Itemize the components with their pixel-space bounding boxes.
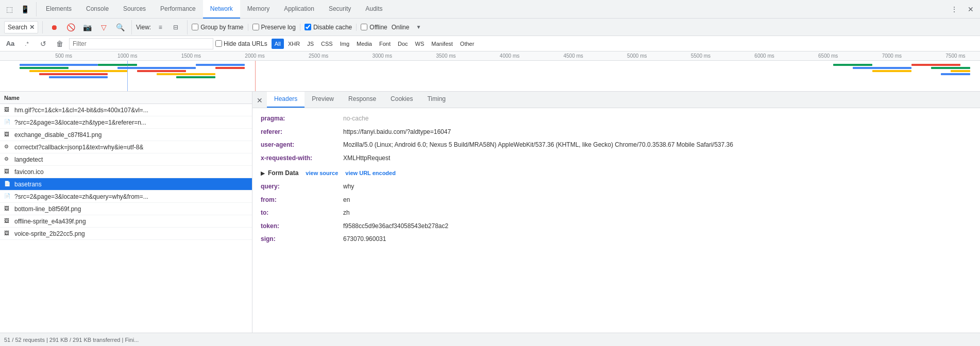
- file-icon-doc: 📄: [4, 119, 11, 126]
- ruler-mark-5000: 5000 ms: [627, 53, 647, 59]
- tab-audits[interactable]: Audits: [358, 0, 390, 19]
- filter-other-btn[interactable]: Other: [457, 39, 478, 49]
- file-item[interactable]: 🖼 hm.gif?cc=1&ck=1&cl=24-bit&ds=400x107&…: [0, 104, 252, 116]
- dock-icon[interactable]: ⬚: [2, 2, 16, 16]
- network-throttle-dropdown[interactable]: ▼: [411, 20, 426, 34]
- user-agent-key: user-agent:: [261, 140, 343, 151]
- pragma-key: pragma:: [261, 113, 343, 125]
- regex-button[interactable]: .*: [20, 37, 34, 51]
- tab-memory[interactable]: Memory: [240, 0, 277, 19]
- tab-application[interactable]: Application: [277, 0, 322, 19]
- tl-bar-late: [872, 70, 911, 72]
- view-url-encoded-link[interactable]: view URL encoded: [345, 168, 396, 179]
- file-name: ?src=2&page=3&locate=zh&query=why&from=.…: [14, 193, 148, 200]
- tl-bar-late: [853, 67, 911, 69]
- detail-tab-cookies[interactable]: Cookies: [383, 92, 420, 108]
- ruler-mark-3000: 3000 ms: [373, 53, 392, 59]
- record-button[interactable]: ⏺: [47, 20, 61, 34]
- preserve-log-checkbox[interactable]: Preserve log: [252, 24, 296, 31]
- ruler-mark-4000: 4000 ms: [500, 53, 519, 59]
- tl-bar: [196, 64, 245, 66]
- filter-js-btn[interactable]: JS: [304, 39, 317, 49]
- close-devtools-icon[interactable]: ✕: [964, 2, 978, 16]
- record-section: ⏺ 🚫 📷 ▽ 🔍: [47, 20, 132, 34]
- filter-icon[interactable]: ▽: [96, 20, 111, 34]
- search-button[interactable]: 🔍: [113, 20, 127, 34]
- offline-checkbox[interactable]: Offline: [361, 24, 387, 31]
- list-view-icon[interactable]: ≡: [153, 20, 167, 34]
- filter-css-btn[interactable]: CSS: [318, 39, 336, 49]
- tl-bar-late: [931, 67, 970, 69]
- tab-network[interactable]: Network: [203, 0, 240, 19]
- refresh-icon[interactable]: ↺: [36, 37, 50, 51]
- file-list-header: Name: [0, 92, 252, 104]
- clear-icon[interactable]: 🗑: [53, 37, 67, 51]
- stop-recording-button[interactable]: 🚫: [63, 20, 78, 34]
- to-value: zh: [343, 207, 350, 219]
- ruler-mark-5500: 5500 ms: [691, 53, 711, 59]
- file-item[interactable]: 📄 ?src=2&page=3&locate=zh&query=why&from…: [0, 191, 252, 203]
- query-key: query:: [261, 181, 343, 193]
- file-item[interactable]: 🖼 favicon.ico: [0, 166, 252, 178]
- tab-performance[interactable]: Performance: [153, 0, 203, 19]
- search-close-icon[interactable]: ✕: [29, 24, 35, 31]
- ruler-mark-1000: 1000 ms: [117, 53, 137, 59]
- tl-bar: [20, 64, 98, 66]
- tab-sources[interactable]: Sources: [116, 0, 153, 19]
- tl-bar-late: [951, 70, 970, 72]
- to-key: to:: [261, 207, 343, 219]
- filter-font-btn[interactable]: Font: [376, 39, 394, 49]
- filter-img-btn[interactable]: Img: [337, 39, 352, 49]
- tl-bar: [137, 70, 186, 72]
- detail-close-icon[interactable]: ✕: [252, 93, 267, 108]
- referer-value: https://fanyi.baidu.com/?aldtype=16047: [343, 127, 451, 138]
- mobile-icon[interactable]: 📱: [18, 2, 32, 16]
- form-data-section-header[interactable]: ▶ Form Data view source view URL encoded: [261, 165, 972, 180]
- timeline-cursor: [255, 61, 256, 92]
- detail-tab-preview[interactable]: Preview: [305, 92, 341, 108]
- filter-input[interactable]: [73, 40, 210, 47]
- tab-console[interactable]: Console: [79, 0, 116, 19]
- file-item[interactable]: 🖼 exchange_disable_c87f841.png: [0, 129, 252, 141]
- filter-all-btn[interactable]: All: [272, 39, 284, 49]
- offline-section: Offline Online ▼: [361, 20, 430, 34]
- detail-tab-headers[interactable]: Headers: [267, 92, 305, 108]
- disable-cache-checkbox[interactable]: Disable cache: [305, 24, 352, 31]
- detail-tab-timing[interactable]: Timing: [420, 92, 453, 108]
- tl-bar: [49, 76, 108, 78]
- search-section: Search ✕: [4, 21, 43, 33]
- aa-button[interactable]: Aa: [3, 37, 18, 51]
- filter-xhr-btn[interactable]: XHR: [285, 39, 303, 49]
- filter-ws-btn[interactable]: WS: [412, 39, 428, 49]
- waterfall-view-icon[interactable]: ⊟: [168, 20, 183, 34]
- more-options-icon[interactable]: ⋮: [947, 2, 961, 16]
- sign-key: sign:: [261, 234, 343, 245]
- ruler-mark-4500: 4500 ms: [563, 53, 583, 59]
- filter-media-btn[interactable]: Media: [353, 39, 375, 49]
- hide-data-urls-checkbox[interactable]: Hide data URLs: [215, 40, 267, 47]
- file-item[interactable]: 🖼 voice-sprite_2b22cc5.png: [0, 228, 252, 240]
- file-item[interactable]: 📄 ?src=2&page=3&locate=zh&type=1&referer…: [0, 116, 252, 129]
- file-item[interactable]: ⚙ langdetect: [0, 153, 252, 166]
- file-name: favicon.ico: [14, 168, 44, 176]
- file-item-selected[interactable]: 📄 basetrans: [0, 178, 252, 191]
- screenshot-button[interactable]: 📷: [80, 20, 94, 34]
- timeline-ruler: 500 ms 1000 ms 1500 ms 2000 ms 2500 ms 3…: [0, 51, 980, 61]
- tab-bar: ⬚ 📱 Elements Console Sources Performance…: [0, 0, 980, 19]
- tab-security[interactable]: Security: [322, 0, 358, 19]
- file-item[interactable]: 🖼 offline-sprite_e4a439f.png: [0, 215, 252, 228]
- devtools-icons: ⬚ 📱: [2, 2, 37, 16]
- filter-manifest-btn[interactable]: Manifest: [428, 39, 456, 49]
- ruler-mark-3500: 3500 ms: [436, 53, 455, 59]
- file-item[interactable]: 🖼 bottom-line_b8f569f.png: [0, 203, 252, 215]
- tab-elements[interactable]: Elements: [39, 0, 79, 19]
- cache-section: Disable cache: [305, 24, 357, 31]
- view-source-link[interactable]: view source: [306, 168, 338, 179]
- group-by-frame-checkbox[interactable]: Group by frame: [192, 24, 243, 31]
- detail-tab-response[interactable]: Response: [341, 92, 383, 108]
- referer-row: referer: https://fanyi.baidu.com/?aldtyp…: [261, 126, 972, 139]
- filter-doc-btn[interactable]: Doc: [395, 39, 411, 49]
- file-item[interactable]: ⚙ correctxt?callback=jsonp1&text=why&ie=…: [0, 141, 252, 153]
- file-icon-img: 🖼: [4, 107, 11, 114]
- ruler-mark-2000: 2000 ms: [245, 53, 264, 59]
